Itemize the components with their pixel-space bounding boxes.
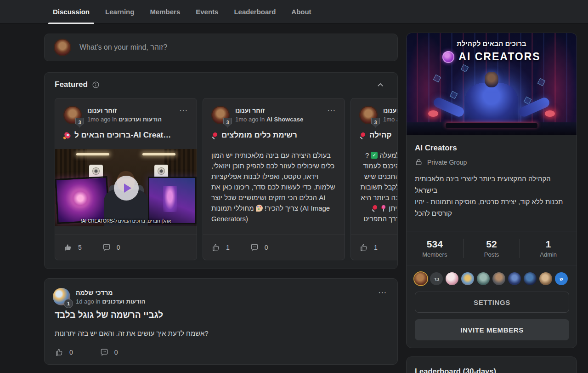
like-count: 0	[69, 349, 73, 356]
post-composer[interactable]: What's on your mind, זוהר?	[44, 34, 398, 61]
stat-admins[interactable]: 1 Admin	[520, 239, 577, 258]
post-title[interactable]: לגביי הרשמה של גוגל בלבד	[55, 310, 163, 320]
settings-button[interactable]: SETTINGS	[415, 292, 569, 313]
comment-control[interactable]: 0	[250, 243, 268, 252]
banner-figure-hand	[545, 110, 555, 117]
info-icon[interactable]	[92, 81, 100, 89]
member-avatar-initials[interactable]: בד	[430, 272, 443, 285]
tab-label: Learning	[105, 8, 134, 16]
member-avatar[interactable]	[508, 272, 521, 285]
member-avatar[interactable]	[477, 272, 490, 285]
thumb-decor	[76, 153, 109, 155]
author-name[interactable]: זוהר וענונו	[235, 106, 303, 115]
active-tab-underline	[48, 23, 94, 24]
post-title[interactable]: רשימת כלים מומלצים	[211, 131, 336, 140]
post-category[interactable]: AI Showcase	[266, 116, 303, 123]
post-body-line: לקבל תשובות	[359, 182, 397, 192]
current-user-avatar[interactable]	[54, 39, 71, 56]
author-name[interactable]: זוהר וענונו	[87, 106, 162, 115]
featured-cards-row: 3 זוהר וענונו 1mo ago in הודעות ועדכונים…	[55, 98, 397, 261]
tab-leaderboard[interactable]: Leaderboard	[229, 0, 280, 23]
stat-label: Admin	[520, 251, 577, 258]
post-category[interactable]: הודעות ועדכונים	[102, 298, 145, 305]
video-thumbnail[interactable]: אהלן חברים, ברוכים הבאים ל-AI CREATORS!	[55, 149, 197, 226]
like-control[interactable]: 0	[55, 348, 73, 357]
member-avatar[interactable]	[446, 272, 458, 285]
group-stats: 534 Members 52 Posts 1 Admin	[407, 231, 577, 265]
post-body-text: ניתן	[389, 204, 397, 212]
comment-control[interactable]: 0	[100, 348, 118, 357]
post-body-text: התכנים שיש	[364, 172, 397, 180]
palette-emoji	[256, 205, 263, 212]
post-footer: 0 0	[55, 348, 118, 357]
tab-discussion[interactable]: Discussion	[48, 0, 94, 23]
member-avatar[interactable]	[524, 272, 537, 285]
member-avatar[interactable]	[414, 272, 427, 285]
card-footer: 1	[351, 235, 397, 260]
featured-card-community[interactable]: 3 זוהר וענונו 1mo ago in קהילה ?✓למעלההי…	[351, 98, 397, 260]
tab-events[interactable]: Events	[191, 0, 223, 23]
more-options-icon[interactable]: ⋯	[179, 105, 188, 115]
member-avatar-initials[interactable]: ש	[555, 272, 568, 285]
tab-about[interactable]: About	[287, 0, 316, 23]
tab-learning[interactable]: Learning	[101, 0, 139, 23]
banner-figure-hand	[428, 110, 438, 117]
featured-card-welcome[interactable]: 3 זוהר וענונו 1mo ago in הודעות ועדכונים…	[55, 98, 197, 260]
banner-brand-row: AI CREATORS	[407, 51, 577, 63]
play-button[interactable]	[114, 176, 139, 201]
author-name[interactable]: זוהר וענונו	[383, 106, 397, 115]
stat-members[interactable]: 534 Members	[407, 239, 463, 258]
post-title[interactable]: ברוכים הבאים ל-AI Creat…	[63, 131, 188, 140]
post-title[interactable]: קהילה	[359, 131, 397, 140]
pushpin-emoji	[211, 132, 218, 139]
card-footer: 1 0	[203, 235, 345, 260]
tab-label: Discussion	[53, 8, 90, 16]
post-body[interactable]: אשמח לדעת איך עושים את זה. והאם יש בזה י…	[55, 329, 209, 337]
collapse-chevron-up-icon[interactable]	[376, 81, 384, 89]
more-options-icon[interactable]: ⋯	[327, 105, 336, 115]
post-category[interactable]: הודעות ועדכונים	[119, 116, 162, 123]
description-line: תכנות ללא קוד, יצירת סרטים, מוסיקה ותמונ…	[415, 196, 569, 219]
stat-posts[interactable]: 52 Posts	[463, 239, 520, 258]
like-control[interactable]: 1	[359, 243, 378, 252]
author-avatar[interactable]: 3	[211, 106, 230, 124]
lock-icon	[415, 158, 423, 166]
member-avatar[interactable]	[461, 272, 474, 285]
author-name[interactable]: מרדכי שלמה	[76, 288, 145, 297]
level-badge: 3	[371, 118, 380, 127]
post-time: 1mo ago in	[87, 116, 117, 123]
thumb-monitor-left	[55, 176, 109, 224]
post-title-text: ברוכים הבאים ל-AI Creat…	[74, 131, 171, 140]
stat-label: Members	[407, 251, 463, 258]
level-badge: 3	[223, 118, 232, 127]
tab-members[interactable]: Members	[145, 0, 185, 23]
top-navigation: Discussion Learning Members Events Leade…	[0, 0, 588, 24]
like-control[interactable]: 1	[211, 243, 230, 252]
banner-figure	[465, 83, 518, 127]
invite-members-button[interactable]: INVITE MEMBERS	[415, 319, 569, 340]
comment-count: 0	[265, 244, 268, 251]
member-avatars-row: בד ש	[414, 272, 568, 285]
author-avatar[interactable]: 3	[359, 106, 378, 124]
comment-control[interactable]: 0	[102, 243, 120, 252]
card-footer: 5 0	[55, 235, 197, 260]
featured-card-tools[interactable]: 3 זוהר וענונו 1mo ago in AI Showcase ⋯ ר…	[203, 98, 345, 260]
member-avatar[interactable]	[539, 272, 552, 285]
post-body-text: ?	[365, 151, 369, 159]
comment-icon	[250, 243, 259, 252]
post-body[interactable]: ?✓למעלההיכנס לעמודהתכנים שישלקבל תשובותב…	[359, 150, 397, 224]
tab-label: Members	[150, 8, 180, 16]
post-body[interactable]: בעולם היצירה עם בינה מלאכותית יש המון כל…	[211, 150, 336, 235]
pushpin-emoji	[359, 132, 366, 139]
featured-header: Featured	[55, 80, 100, 89]
card-header: 3 זוהר וענונו 1mo ago in	[359, 106, 397, 124]
author-avatar[interactable]: 1	[53, 288, 70, 305]
like-control[interactable]: 5	[63, 243, 82, 252]
author-avatar[interactable]: 3	[63, 106, 82, 124]
member-avatar[interactable]	[492, 272, 505, 285]
banner-welcome-text: ברוכים הבאים לקהילת	[407, 40, 577, 47]
more-options-icon[interactable]: ⋯	[378, 287, 387, 298]
group-banner[interactable]: ברוכים הבאים לקהילת AI CREATORS	[407, 33, 577, 135]
post-body-text: היכנס לעמוד	[363, 162, 397, 170]
feed-post[interactable]: 1 מרדכי שלמה 1d ago in הודעות ועדכונים ⋯…	[44, 278, 398, 365]
